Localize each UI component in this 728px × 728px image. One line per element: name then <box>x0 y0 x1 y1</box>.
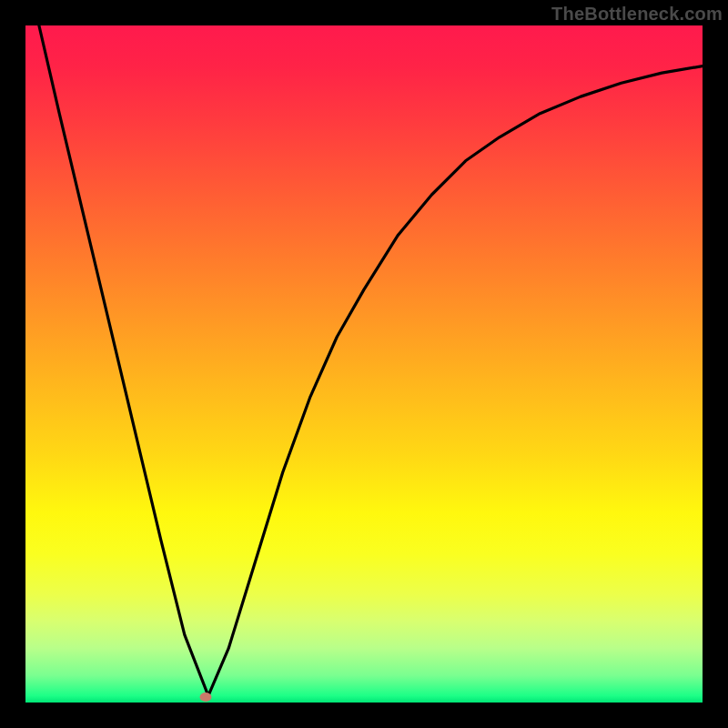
min-point-marker <box>199 693 211 702</box>
watermark-text: TheBottleneck.com <box>551 4 723 25</box>
chart-frame: TheBottleneck.com <box>0 0 728 728</box>
plot-area <box>25 25 703 703</box>
bottleneck-curve <box>25 25 703 703</box>
